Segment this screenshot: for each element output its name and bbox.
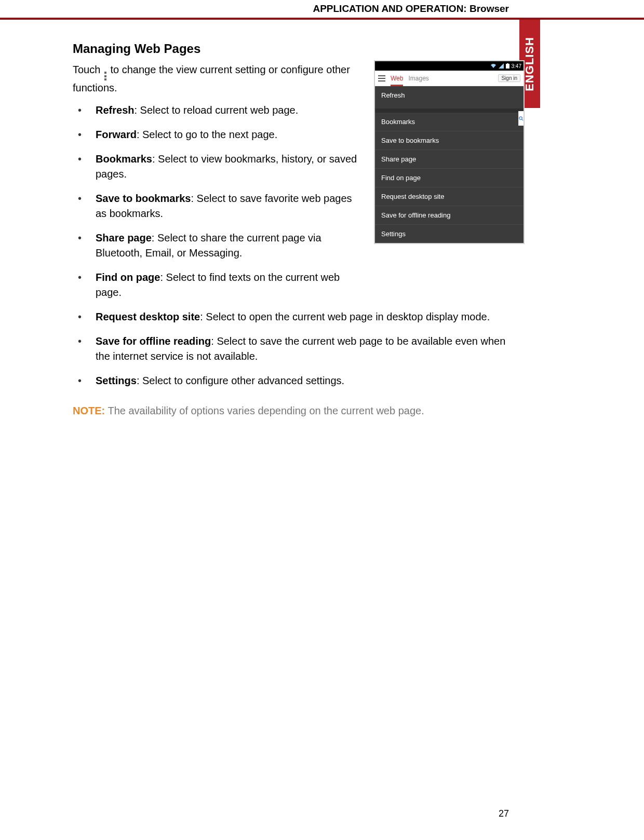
term: Forward	[96, 129, 137, 140]
term: Share page	[96, 232, 152, 243]
header-title: APPLICATION AND OPERATION: Browser	[313, 3, 509, 14]
list-item: Settings: Select to configure other adva…	[73, 373, 519, 388]
list-item: Save for offline reading: Select to save…	[73, 334, 519, 364]
wifi-icon	[490, 63, 497, 69]
sign-in-button[interactable]: Sign in	[498, 74, 520, 82]
list-item: Find on page: Select to find texts on th…	[73, 270, 364, 300]
page-header: APPLICATION AND OPERATION: Browser	[0, 3, 644, 15]
desc: : Select to configure other advanced set…	[137, 375, 344, 386]
menu-item-bookmarks[interactable]: Bookmarks	[375, 113, 524, 131]
list-item: Refresh: Select to reload current web pa…	[73, 103, 364, 118]
menu-item-save-offline[interactable]: Save for offline reading	[375, 206, 524, 225]
desc: : Select to reload current web page.	[134, 104, 298, 116]
term: Find on page	[96, 272, 160, 283]
term: Request desktop site	[96, 311, 200, 322]
battery-icon	[506, 63, 509, 69]
list-item: Bookmarks: Select to view bookmarks, his…	[73, 152, 364, 182]
term: Bookmarks	[96, 153, 152, 165]
search-icon[interactable]	[518, 111, 524, 126]
note-text: The availability of options varies depen…	[105, 405, 424, 416]
term: Refresh	[96, 104, 134, 116]
menu-divider	[375, 109, 524, 113]
intro-before: Touch	[73, 64, 103, 75]
desc: : Select to go to the next page.	[137, 129, 277, 140]
list-item: Save to bookmarks: Select to save favori…	[73, 191, 364, 221]
svg-point-2	[519, 116, 522, 119]
hamburger-icon[interactable]	[378, 75, 385, 82]
overflow-menu: Refresh Bookmarks Save to bookmarks Shar…	[375, 86, 524, 243]
svg-rect-0	[506, 64, 509, 69]
list-item: Share page: Select to share the current …	[73, 231, 364, 261]
page-number: 27	[499, 808, 509, 819]
menu-item-request-desktop[interactable]: Request desktop site	[375, 187, 524, 206]
kebab-menu-icon	[104, 72, 106, 80]
tab-images[interactable]: Images	[408, 75, 428, 82]
feature-list-bottom: Request desktop site: Select to open the…	[73, 309, 530, 388]
tab-web[interactable]: Web	[391, 75, 403, 82]
list-item: Forward: Select to go to the next page.	[73, 127, 364, 142]
desc: : Select to open the current web page in…	[200, 311, 490, 322]
note: NOTE: The availability of options varies…	[73, 405, 530, 417]
signal-icon	[499, 63, 504, 69]
term: Save for offline reading	[96, 335, 211, 347]
browser-tab-bar: Web Images Sign in	[375, 71, 524, 86]
term: Save to bookmarks	[96, 193, 191, 204]
svg-line-3	[522, 119, 524, 120]
svg-rect-1	[507, 63, 508, 64]
menu-item-find-on-page[interactable]: Find on page	[375, 169, 524, 187]
menu-item-refresh[interactable]: Refresh	[375, 86, 524, 109]
term: Settings	[96, 375, 137, 386]
intro-after: to change the view current setting or co…	[73, 64, 350, 93]
status-bar: 3:47	[375, 61, 524, 71]
menu-item-settings[interactable]: Settings	[375, 225, 524, 243]
header-rule	[0, 18, 644, 20]
menu-item-save-bookmarks[interactable]: Save to bookmarks	[375, 131, 524, 150]
intro-paragraph: Touch to change the view current setting…	[73, 62, 358, 96]
menu-item-share-page[interactable]: Share page	[375, 150, 524, 169]
note-label: NOTE:	[73, 405, 105, 416]
list-item: Request desktop site: Select to open the…	[73, 309, 519, 324]
screenshot-figure: 3:47 Web Images Sign in Refresh Bookmark…	[374, 60, 525, 244]
status-time: 3:47	[512, 63, 521, 69]
section-heading: Managing Web Pages	[73, 42, 530, 56]
